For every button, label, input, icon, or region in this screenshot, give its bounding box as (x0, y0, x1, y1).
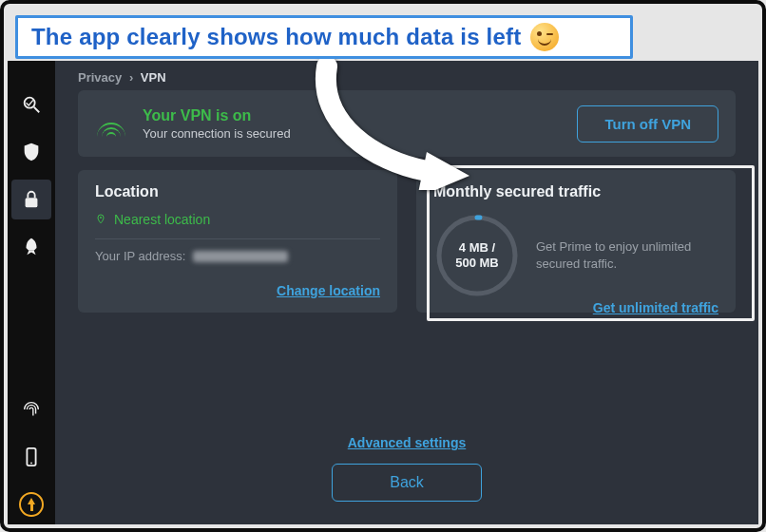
ip-value-redacted (193, 251, 288, 262)
change-location-link[interactable]: Change location (277, 283, 380, 298)
footer-actions: Advanced settings Back (55, 435, 758, 502)
rail-item-rocket[interactable] (11, 227, 51, 267)
traffic-panel: Monthly secured traffic 4 MB / 500 MB Ge… (416, 170, 736, 313)
svg-point-4 (30, 463, 32, 465)
location-panel: Location Nearest location Your IP addres… (78, 170, 397, 313)
fingerprint-icon (21, 399, 42, 420)
pin-icon (95, 214, 106, 225)
wifi-secure-icon (95, 110, 127, 137)
shield-icon (21, 142, 42, 162)
turn-off-vpn-button[interactable]: Turn off VPN (577, 105, 718, 142)
sidebar-rail (8, 61, 55, 524)
rail-item-update[interactable] (11, 484, 51, 524)
svg-point-1 (25, 98, 35, 108)
annotation-banner: The app clearly shows how much data is l… (15, 15, 633, 59)
update-icon (19, 492, 44, 517)
vpn-status-card: Your VPN is on Your connection is secure… (78, 90, 736, 157)
phone-icon (21, 446, 42, 467)
wink-emoji-icon (530, 23, 559, 51)
breadcrumb-root[interactable]: Privacy (78, 70, 122, 85)
ip-label: Your IP address: (95, 249, 185, 263)
scan-icon (21, 94, 42, 115)
divider (95, 238, 380, 239)
chevron-right-icon: › (129, 70, 133, 85)
traffic-cap: 500 MB (455, 256, 499, 271)
lock-icon (21, 189, 42, 210)
rail-item-shield[interactable] (11, 132, 51, 172)
app-frame: The app clearly shows how much data is l… (0, 0, 766, 532)
rocket-icon (21, 237, 42, 257)
main-area: Privacy › VPN Your VPN is on Your connec… (55, 61, 758, 524)
back-button[interactable]: Back (332, 464, 482, 502)
breadcrumb: Privacy › VPN (78, 70, 736, 85)
panel-row: Location Nearest location Your IP addres… (78, 170, 736, 313)
rail-item-scan[interactable] (11, 85, 51, 124)
svg-rect-2 (26, 198, 38, 207)
breadcrumb-current: VPN (141, 70, 166, 85)
location-value: Nearest location (114, 212, 210, 227)
traffic-title: Monthly secured traffic (433, 183, 718, 200)
svg-point-5 (100, 217, 102, 218)
traffic-message: Get Prime to enjoy unlimited secured tra… (536, 238, 718, 273)
annotation-text: The app clearly shows how much data is l… (31, 24, 521, 50)
advanced-settings-link[interactable]: Advanced settings (348, 435, 466, 450)
traffic-used: 4 MB / (459, 240, 495, 256)
vpn-status-title: Your VPN is on (143, 107, 291, 124)
location-title: Location (95, 183, 380, 200)
get-unlimited-link[interactable]: Get unlimited traffic (593, 300, 718, 315)
rail-item-lock[interactable] (11, 180, 51, 219)
rail-item-fingerprint[interactable] (11, 390, 51, 429)
rail-item-phone[interactable] (11, 437, 51, 477)
traffic-gauge: 4 MB / 500 MB (433, 212, 521, 299)
vpn-status-subtitle: Your connection is secured (143, 126, 291, 141)
